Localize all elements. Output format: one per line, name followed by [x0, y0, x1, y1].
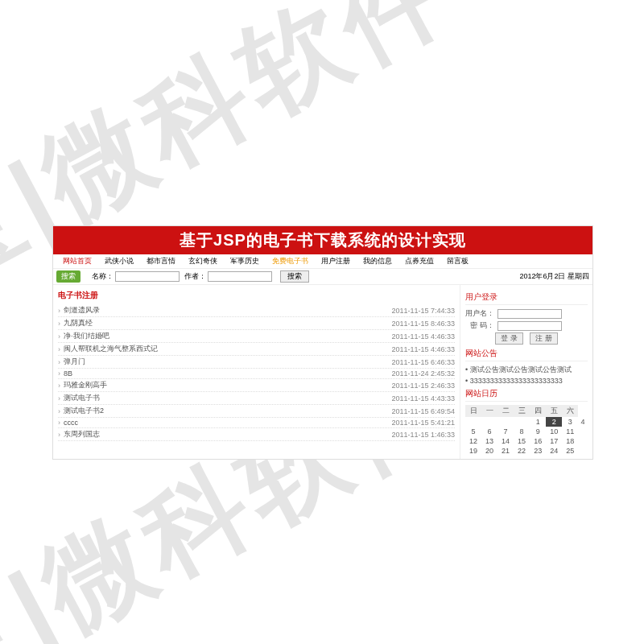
list-item[interactable]: ›测试电子书22011-11-15 6:49:54 — [58, 405, 455, 418]
calendar-day[interactable]: 22 — [514, 446, 530, 456]
calendar-day[interactable]: 7 — [497, 427, 514, 436]
item-title: 测试电子书 — [64, 393, 100, 403]
sidebar: 用户登录 用户名： 密 码： 登 录 注 册 网站公告 • 测试公告测试公告测试… — [460, 285, 592, 459]
calendar-day[interactable]: 3 — [562, 417, 578, 427]
arrow-icon: › — [58, 345, 60, 353]
nav-item[interactable]: 我的信息 — [357, 256, 398, 266]
login-title: 用户登录 — [465, 291, 588, 305]
calendar-day[interactable]: 18 — [562, 436, 578, 446]
item-timestamp: 2011-11-15 8:46:33 — [391, 320, 455, 328]
calendar-day[interactable]: 25 — [562, 446, 578, 456]
calendar-day[interactable]: 21 — [497, 446, 514, 456]
calendar-day[interactable]: 24 — [546, 446, 562, 456]
search-button[interactable]: 搜索 — [280, 270, 309, 283]
list-item[interactable]: ›测试电子书2011-11-15 4:43:33 — [58, 392, 455, 405]
username-input[interactable] — [497, 309, 562, 319]
arrow-icon: › — [58, 407, 60, 415]
calendar-day[interactable]: 10 — [546, 427, 562, 436]
calendar-day[interactable]: 16 — [530, 436, 546, 446]
author-label: 作者： — [184, 271, 206, 282]
calendar-day[interactable]: 9 — [530, 427, 546, 436]
list-item[interactable]: ›净·我们结婚吧2011-11-15 4:46:33 — [58, 330, 455, 343]
nav-item[interactable]: 用户注册 — [315, 256, 357, 266]
arrow-icon: › — [58, 320, 60, 328]
item-title: 净·我们结婚吧 — [64, 331, 109, 341]
login-button[interactable]: 登 录 — [495, 332, 523, 345]
calendar-day[interactable]: 4 — [578, 417, 588, 427]
list-item[interactable]: ›8B2011-11-24 2:45:32 — [58, 369, 455, 379]
list-title: 电子书注册 — [58, 290, 455, 301]
nav-item[interactable]: 玄幻奇侠 — [182, 256, 224, 266]
calendar: 日一二三四五六123456789101112131415161718192021… — [465, 405, 588, 456]
arrow-icon: › — [58, 369, 60, 378]
search-bar: 搜索 名称： 作者： 搜索 2012年6月2日 星期四 — [53, 269, 592, 285]
weekday: 二 — [497, 405, 514, 417]
calendar-day[interactable] — [497, 417, 514, 427]
calendar-day[interactable] — [481, 417, 497, 427]
item-timestamp: 2011-11-15 6:49:54 — [391, 407, 455, 415]
name-input[interactable] — [115, 271, 180, 282]
nav-item[interactable]: 军事历史 — [224, 256, 266, 266]
calendar-day[interactable]: 2 — [546, 417, 562, 427]
arrow-icon: › — [58, 358, 60, 366]
nav-item[interactable]: 点券充值 — [398, 256, 440, 266]
weekday: 一 — [481, 405, 497, 417]
item-timestamp: 2011-11-15 4:43:33 — [391, 394, 455, 402]
login-form: 用户名： 密 码： 登 录 注 册 — [465, 308, 588, 345]
item-title: 东周列国志 — [64, 429, 100, 440]
list-item[interactable]: ›剑道遗风录2011-11-15 7:44:33 — [58, 304, 455, 317]
weekday: 五 — [546, 405, 562, 417]
calendar-day[interactable]: 8 — [514, 427, 530, 436]
list-item[interactable]: ›弹月门2011-11-15 6:46:33 — [58, 356, 455, 369]
calendar-day[interactable]: 23 — [530, 446, 546, 456]
calendar-day[interactable]: 6 — [481, 427, 497, 436]
nav-item[interactable]: 武侠小说 — [98, 256, 140, 266]
item-title: 8B — [64, 369, 72, 378]
announce-title: 网站公告 — [465, 348, 588, 361]
list-item[interactable]: ›东周列国志2011-11-15 1:46:33 — [58, 428, 455, 441]
calendar-day[interactable]: 5 — [465, 427, 481, 436]
calendar-day[interactable]: 19 — [465, 446, 481, 456]
nav-item[interactable]: 免费电子书 — [266, 256, 315, 266]
list-item[interactable]: ›九阴真经2011-11-15 8:46:33 — [58, 317, 455, 330]
item-title: 闽人帮联机之海气整系西式记 — [64, 344, 158, 354]
user-label: 用户名： — [465, 308, 494, 319]
app-window: 基于JSP的电子书下载系统的设计实现 网站首页武侠小说都市言情玄幻奇侠军事历史免… — [52, 225, 593, 460]
item-title: cccc — [64, 419, 78, 427]
item-timestamp: 2011-11-24 2:45:32 — [391, 369, 455, 378]
item-timestamp: 2011-11-15 7:44:33 — [391, 307, 455, 315]
calendar-title: 网站日历 — [465, 388, 588, 402]
calendar-day[interactable]: 1 — [530, 417, 546, 427]
list-item[interactable]: ›玛雅金刚高手2011-11-15 2:46:33 — [58, 379, 455, 392]
nav-item[interactable]: 都市言情 — [140, 256, 182, 266]
weekday: 六 — [562, 405, 578, 417]
weekday: 日 — [465, 405, 481, 417]
calendar-day[interactable]: 11 — [562, 427, 578, 436]
item-timestamp: 2011-11-15 6:46:33 — [391, 358, 455, 366]
calendar-day[interactable]: 15 — [514, 436, 530, 446]
arrow-icon: › — [58, 431, 60, 439]
calendar-day[interactable]: 20 — [481, 446, 497, 456]
announce-item[interactable]: • 测试公告测试公告测试公告测试 — [465, 365, 588, 375]
announce-item[interactable]: • 33333333333333333333333 — [465, 377, 588, 385]
author-input[interactable] — [208, 271, 272, 282]
nav-item[interactable]: 网站首页 — [56, 256, 98, 266]
arrow-icon: › — [58, 394, 60, 402]
ebook-list: 电子书注册 ›剑道遗风录2011-11-15 7:44:33›九阴真经2011-… — [53, 285, 460, 459]
calendar-day[interactable]: 13 — [481, 436, 497, 446]
nav-item[interactable]: 留言板 — [440, 256, 475, 266]
register-button[interactable]: 注 册 — [530, 332, 558, 345]
password-input[interactable] — [497, 321, 562, 331]
calendar-day[interactable] — [514, 417, 530, 427]
calendar-day[interactable]: 12 — [465, 436, 481, 446]
calendar-day[interactable] — [465, 417, 481, 427]
calendar-day[interactable]: 17 — [546, 436, 562, 446]
weekday: 四 — [530, 405, 546, 417]
item-title: 九阴真经 — [64, 318, 93, 328]
list-item[interactable]: ›闽人帮联机之海气整系西式记2011-11-15 4:46:33 — [58, 343, 455, 356]
list-item[interactable]: ›cccc2011-11-15 5:41:21 — [58, 418, 455, 428]
current-date: 2012年6月2日 星期四 — [519, 271, 589, 282]
weekday: 三 — [514, 405, 530, 417]
item-title: 测试电子书2 — [64, 406, 104, 416]
calendar-day[interactable]: 14 — [497, 436, 514, 446]
